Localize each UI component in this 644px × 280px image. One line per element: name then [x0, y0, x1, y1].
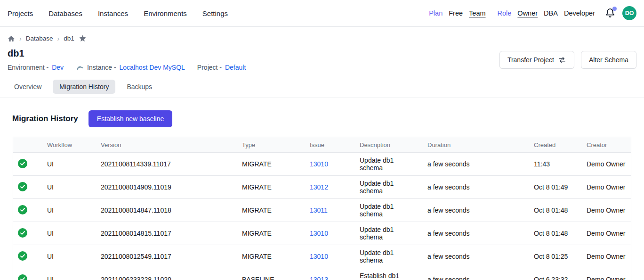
role-dba[interactable]: DBA [544, 9, 558, 17]
created-cell: Oct 8 01:25 [529, 245, 582, 268]
instance-label: Instance - [87, 64, 116, 71]
tab-backups[interactable]: Backups [120, 80, 159, 94]
col-created: Created [529, 137, 582, 153]
plan-team[interactable]: Team [469, 9, 485, 17]
favorite-star-icon[interactable] [79, 34, 87, 42]
project-link[interactable]: Default [225, 64, 246, 71]
success-check-icon [18, 251, 27, 261]
issue-cell: 13013 [305, 268, 355, 280]
issue-link[interactable]: 13010 [310, 253, 328, 260]
description-cell: Update db1 schema [355, 222, 423, 245]
created-cell: Oct 8 01:49 [529, 176, 582, 199]
workflow-cell: UI [42, 245, 96, 268]
breadcrumb: › Database › db1 [0, 34, 644, 42]
breadcrumb-current: db1 [64, 35, 74, 42]
issue-cell: 13010 [305, 153, 355, 176]
workflow-cell: UI [42, 176, 96, 199]
status-cell [13, 199, 42, 222]
avatar[interactable]: DO [622, 6, 636, 20]
duration-cell: a few seconds [423, 153, 529, 176]
instance-link[interactable]: Localhost Dev MySQL [120, 64, 185, 71]
created-cell: 11:43 [529, 153, 582, 176]
col-version: Version [96, 137, 237, 153]
status-cell [13, 268, 42, 280]
type-cell: MIGRATE [237, 153, 305, 176]
success-check-icon [18, 159, 27, 168]
col-creator: Creator [582, 137, 631, 153]
issue-link[interactable]: 13010 [310, 160, 328, 168]
table-row[interactable]: UI 20211006233228.11020 BASELINE 13013 E… [13, 268, 631, 280]
type-cell: MIGRATE [237, 199, 305, 222]
version-cell: 20211008014815.11017 [96, 222, 237, 245]
type-cell: MIGRATE [237, 222, 305, 245]
status-cell [13, 245, 42, 268]
page-header-left: db1 Environment - Dev Instance - Localho… [8, 48, 246, 71]
issue-link[interactable]: 13011 [310, 206, 328, 214]
issue-link[interactable]: 13012 [310, 183, 328, 191]
migration-history-table: Workflow Version Type Issue Description … [13, 137, 631, 280]
role-owner[interactable]: Owner [517, 9, 538, 17]
table-header-row: Workflow Version Type Issue Description … [13, 137, 631, 153]
alter-schema-label: Alter Schema [589, 56, 628, 64]
home-icon[interactable] [8, 35, 15, 42]
workflow-cell: UI [42, 199, 96, 222]
creator-cell: Demo Owner [582, 268, 631, 280]
type-cell: BASELINE [237, 268, 305, 280]
duration-cell: a few seconds [423, 245, 529, 268]
version-cell: 20211008014847.11018 [96, 199, 237, 222]
header-actions: Transfer Project Alter Schema [499, 51, 636, 69]
description-cell: Update db1 schema [355, 176, 423, 199]
section-header: Migration History Establish new baseline [5, 110, 644, 127]
created-cell: Oct 6 23:32 [529, 268, 582, 280]
alter-schema-button[interactable]: Alter Schema [581, 51, 636, 69]
nav-right: Plan Free Team Role Owner DBA Developer … [429, 6, 636, 20]
version-cell: 20211008012549.11017 [96, 245, 237, 268]
col-type: Type [237, 137, 305, 153]
col-status [13, 137, 42, 153]
breadcrumb-separator: › [57, 35, 59, 42]
table-row[interactable]: UI 20211008114339.11017 MIGRATE 13010 Up… [13, 153, 631, 176]
establish-baseline-button[interactable]: Establish new baseline [89, 110, 172, 127]
version-cell: 20211008114339.11017 [96, 153, 237, 176]
plan-free[interactable]: Free [449, 9, 463, 17]
nav-item-settings[interactable]: Settings [202, 9, 228, 17]
success-check-icon [18, 274, 27, 280]
issue-cell: 13010 [305, 245, 355, 268]
status-cell [13, 153, 42, 176]
table-row[interactable]: UI 20211008012549.11017 MIGRATE 13010 Up… [13, 245, 631, 268]
table-row[interactable]: UI 20211008014909.11019 MIGRATE 13012 Up… [13, 176, 631, 199]
tab-overview[interactable]: Overview [8, 80, 48, 94]
top-nav: Projects Databases Instances Environment… [0, 0, 644, 27]
table-row[interactable]: UI 20211008014847.11018 MIGRATE 13011 Up… [13, 199, 631, 222]
transfer-project-button[interactable]: Transfer Project [499, 51, 574, 69]
main-nav: Projects Databases Instances Environment… [8, 9, 228, 17]
page-header: db1 Environment - Dev Instance - Localho… [0, 48, 644, 71]
page-title: db1 [8, 48, 246, 59]
nav-item-instances[interactable]: Instances [98, 9, 128, 17]
created-cell: Oct 8 01:48 [529, 199, 582, 222]
issue-link[interactable]: 13010 [310, 230, 328, 237]
col-description: Description [355, 137, 423, 153]
table-row[interactable]: UI 20211008014815.11017 MIGRATE 13010 Up… [13, 222, 631, 245]
duration-cell: a few seconds [423, 199, 529, 222]
role-label: Role [498, 9, 512, 17]
status-cell [13, 222, 42, 245]
transfer-project-label: Transfer Project [507, 56, 554, 64]
nav-item-environments[interactable]: Environments [144, 9, 187, 17]
nav-item-databases[interactable]: Databases [48, 9, 82, 17]
environment-link[interactable]: Dev [52, 64, 64, 71]
version-cell: 20211006233228.11020 [96, 268, 237, 280]
creator-cell: Demo Owner [582, 222, 631, 245]
nav-item-projects[interactable]: Projects [8, 9, 33, 17]
workflow-cell: UI [42, 222, 96, 245]
col-workflow: Workflow [42, 137, 96, 153]
breadcrumb-database[interactable]: Database [26, 35, 53, 42]
issue-link[interactable]: 13013 [310, 276, 328, 280]
success-check-icon [18, 228, 27, 238]
issue-cell: 13012 [305, 176, 355, 199]
notification-bell-icon[interactable] [604, 7, 616, 19]
role-developer[interactable]: Developer [564, 9, 595, 17]
col-duration: Duration [423, 137, 529, 153]
tab-migration-history[interactable]: Migration History [53, 80, 115, 94]
duration-cell: a few seconds [423, 222, 529, 245]
